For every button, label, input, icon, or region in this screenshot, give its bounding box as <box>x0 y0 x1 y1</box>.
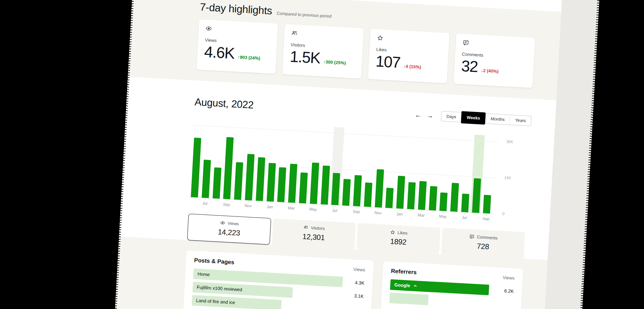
period-tab-months[interactable]: Months <box>485 114 510 125</box>
summary-tab-views[interactable]: Views14,223 <box>187 214 271 245</box>
highlight-card-value: 107 <box>375 53 401 70</box>
chart-x-label: May <box>435 214 451 219</box>
chart-bar[interactable] <box>386 188 394 208</box>
posts-pages-title: Posts & Pages <box>194 257 235 266</box>
highlight-card-delta: ↑300 (25%) <box>323 59 346 66</box>
chart-bar[interactable] <box>310 163 319 204</box>
chart-bar[interactable] <box>375 169 384 208</box>
chart-x-label: Nov <box>370 210 386 215</box>
chart-bar[interactable] <box>320 165 330 205</box>
chart-x-label: Jul <box>457 215 472 220</box>
summary-tab-value: 1892 <box>357 235 439 248</box>
chart-plot-area: JulSepNovJanMarMayJulSepNovJanMarMayJulS… <box>189 119 499 214</box>
traffic-chart-section: August, 2022 ← → DaysWeeksMonthsYears Ju… <box>119 77 556 260</box>
chart-bar[interactable] <box>342 179 351 206</box>
chart-y-label: 0 <box>502 212 505 216</box>
period-tab-years[interactable]: Years <box>509 115 531 126</box>
chart-bar[interactable] <box>213 167 221 199</box>
highlights-subtitle: Compared to previous period <box>277 11 332 19</box>
highlight-card-views: Views4.6K↑903 (24%) <box>197 19 278 74</box>
previous-period-arrow-button[interactable]: ← <box>412 111 424 119</box>
chart-bar[interactable] <box>256 157 265 201</box>
chart-x-label: Sep <box>478 216 494 221</box>
chart-x-label: Jan <box>262 205 278 209</box>
post-row-label: Fujifilm x100 reviewed <box>197 285 242 292</box>
chart-x-tick <box>421 210 422 212</box>
chevron-up-icon[interactable] <box>413 284 418 288</box>
summary-tab-label: Comments <box>477 234 498 240</box>
summary-tab-label: Visitors <box>311 225 325 231</box>
highlight-card-value-row: 4.6K↑903 (24%) <box>204 44 270 63</box>
chart-x-tick <box>335 206 335 207</box>
next-period-arrow-button[interactable]: → <box>424 112 436 119</box>
highlight-card-value-row: 32↓2 (40%) <box>461 58 527 77</box>
eye-icon <box>220 220 225 226</box>
post-row-bar: Fujifilm x100 reviewed <box>192 282 293 298</box>
chart-gridline <box>189 197 495 214</box>
summary-tab-likes[interactable]: Likes1892 <box>357 223 441 254</box>
highlight-card-visitors: Visitors1.5K↑300 (25%) <box>282 24 364 79</box>
highlight-card-value-row: 1.5K↑300 (25%) <box>289 49 356 68</box>
chart-bar[interactable] <box>245 154 254 200</box>
chart-x-tick <box>270 202 270 204</box>
referrer-row-bar: Google <box>390 279 489 295</box>
star-icon <box>390 229 395 235</box>
chart-bar[interactable] <box>418 181 427 210</box>
highlight-card-comments: Comments32↓2 (40%) <box>454 33 535 88</box>
chart-bar[interactable] <box>364 182 372 207</box>
chart-bar[interactable] <box>202 160 211 198</box>
chart-x-label: Nov <box>240 203 256 208</box>
posts-pages-card: Posts & Pages Views Home4.3KFujifilm x10… <box>183 250 374 309</box>
chart-bar[interactable] <box>267 163 276 202</box>
chart-x-label: Mar <box>284 206 299 210</box>
posts-pages-views-header: Views <box>353 267 365 273</box>
post-row-bar: Land of fire and ice <box>192 295 282 309</box>
highlight-card-value: 4.6K <box>204 44 235 61</box>
chart-bar[interactable] <box>450 183 459 212</box>
chart-bar[interactable] <box>288 164 297 203</box>
highlight-card-delta: ↓4 (15%) <box>403 64 421 70</box>
chart-bar[interactable] <box>396 176 405 209</box>
chart-bar[interactable] <box>407 182 415 209</box>
post-row-views-value: 4.3K <box>345 279 365 286</box>
chart-x-tick <box>248 201 249 202</box>
summary-tab-visitors[interactable]: Visitors12,301 <box>272 218 356 249</box>
summary-tab-value: 728 <box>442 240 524 253</box>
period-title: August, 2022 <box>194 96 254 111</box>
chart-bar[interactable] <box>277 167 286 202</box>
highlight-card-delta: ↑903 (24%) <box>237 54 260 61</box>
chart-x-label: Jul <box>327 208 342 213</box>
users-icon <box>303 225 309 230</box>
chart-bar[interactable] <box>353 175 362 207</box>
referrers-views-header: Views <box>503 275 515 281</box>
summary-tab-label: Views <box>227 221 239 226</box>
chart-bar[interactable] <box>461 194 469 212</box>
chart-bar[interactable] <box>483 195 491 213</box>
referrer-row-views-value: 6.2K <box>494 288 514 294</box>
chart-x-tick <box>227 200 227 201</box>
comment-icon <box>469 234 475 239</box>
chart-bar[interactable] <box>440 192 448 211</box>
referrers-rows: Google6.2K <box>389 279 514 309</box>
views-bar-chart: JulSepNovJanMarMayJulSepNovJanMarMayJulS… <box>189 119 530 216</box>
chart-x-tick <box>205 198 205 200</box>
period-granularity-control: DaysWeeksMonthsYears <box>441 111 532 126</box>
post-row-views-value: 3.1K <box>345 293 364 299</box>
chart-bar[interactable] <box>234 162 243 200</box>
chart-bar[interactable] <box>429 186 437 211</box>
chart-x-label: May <box>305 207 321 212</box>
chart-bar[interactable] <box>299 173 308 204</box>
summary-tab-comments[interactable]: Comments728 <box>441 228 525 259</box>
period-tab-weeks[interactable]: Weeks <box>460 111 486 125</box>
users-icon <box>291 30 298 37</box>
screenshot-scene: 7-day highlights Compared to previous pe… <box>0 0 644 309</box>
post-row-label: Land of fire and ice <box>196 298 235 305</box>
chart-x-label: Mar <box>413 213 429 217</box>
chart-bar[interactable] <box>223 137 234 199</box>
posts-pages-rows: Home4.3KFujifilm x100 reviewed3.1KLand o… <box>192 269 365 309</box>
referrer-row-label: Google <box>394 282 410 288</box>
highlight-card-value: 32 <box>461 58 478 75</box>
eye-icon <box>205 25 212 32</box>
chart-bar[interactable] <box>191 137 201 197</box>
period-tab-days[interactable]: Days <box>441 111 461 122</box>
